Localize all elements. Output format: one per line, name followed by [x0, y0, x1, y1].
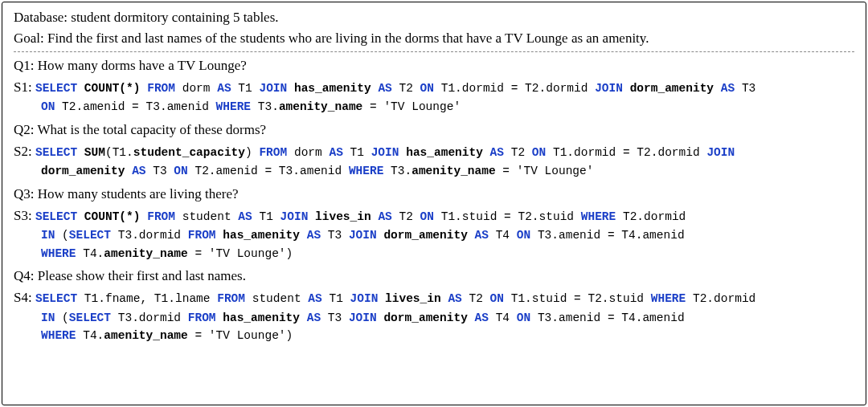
question-3: Q3: How many students are living there? — [14, 185, 854, 203]
sql-label-4: S4: — [14, 290, 35, 305]
sql-label-1: S1: — [14, 79, 35, 95]
sql-4: S4: SELECT T1.fname, T1.lname FROM stude… — [14, 287, 854, 344]
qa-block-4: Q4: Please show their first and last nam… — [14, 267, 854, 344]
goal-line: Goal: Find the first and last names of t… — [14, 30, 854, 48]
sql-label-2: S2: — [14, 144, 35, 159]
sql-3: S3: SELECT COUNT(*) FROM student AS T1 J… — [14, 206, 854, 263]
database-line: Database: student dormitory containing 5… — [14, 9, 854, 27]
divider — [14, 51, 854, 52]
sql-continuation: dorm_amenity AS T3 ON T2.amenid = T3.ame… — [14, 162, 854, 180]
sql-label-3: S3: — [14, 208, 35, 223]
sql-continuation: IN (SELECT T3.dormid FROM has_amenity AS… — [14, 226, 854, 244]
qa-block-1: Q1: How many dorms have a TV Lounge?S1: … — [14, 57, 854, 116]
qa-block-3: Q3: How many students are living there?S… — [14, 185, 854, 263]
sql-2: S2: SELECT SUM(T1.student_capacity) FROM… — [14, 141, 854, 181]
question-2: Q2: What is the total capacity of these … — [14, 121, 854, 139]
question-1: Q1: How many dorms have a TV Lounge? — [14, 57, 854, 75]
sql-1: S1: SELECT COUNT(*) FROM dorm AS T1 JOIN… — [14, 77, 854, 116]
question-4: Q4: Please show their first and last nam… — [14, 267, 854, 285]
sql-continuation: WHERE T4.amenity_name = 'TV Lounge') — [14, 327, 854, 344]
example-box: Database: student dormitory containing 5… — [2, 2, 866, 405]
sql-continuation: ON T2.amenid = T3.amenid WHERE T3.amenit… — [14, 98, 854, 116]
sql-continuation: WHERE T4.amenity_name = 'TV Lounge') — [14, 245, 854, 263]
qa-container: Q1: How many dorms have a TV Lounge?S1: … — [14, 57, 854, 345]
sql-continuation: IN (SELECT T3.dormid FROM has_amenity AS… — [14, 309, 854, 327]
qa-block-2: Q2: What is the total capacity of these … — [14, 121, 854, 181]
